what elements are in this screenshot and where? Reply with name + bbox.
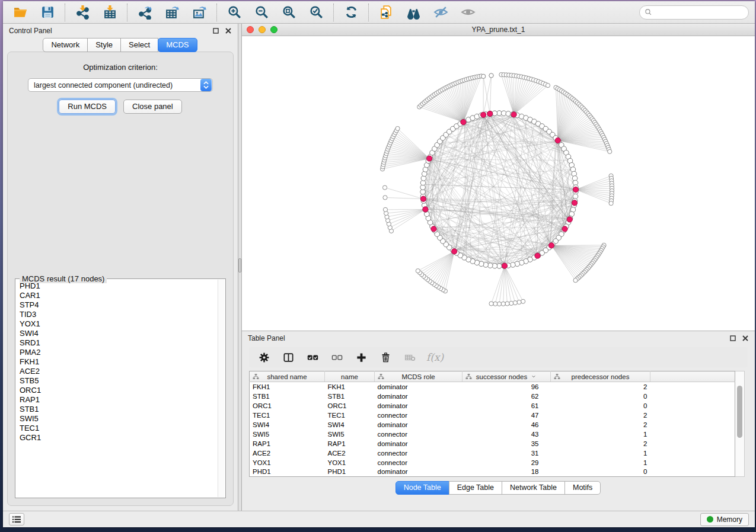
panel-splitter[interactable] (238, 24, 242, 511)
graph-node[interactable] (573, 187, 578, 192)
deselect-all-button[interactable] (329, 350, 344, 365)
result-node-item[interactable]: ACE2 (20, 367, 217, 376)
graph-node[interactable] (608, 149, 612, 153)
result-node-item[interactable]: CAR1 (20, 291, 217, 300)
column-header-shared-name[interactable]: shared name (250, 371, 325, 382)
zoom-fit-button[interactable] (280, 4, 298, 21)
table-settings-button[interactable] (256, 350, 272, 365)
result-node-item[interactable]: TEC1 (20, 424, 217, 433)
table-row[interactable]: TEC1TEC1connector472 (250, 411, 735, 420)
table-row[interactable]: ACE2ACE2connector311 (250, 448, 735, 458)
save-button[interactable] (39, 4, 56, 21)
result-scrollbar[interactable] (218, 280, 225, 497)
table-row[interactable]: RAP1RAP1dominator352 (250, 439, 735, 448)
graph-node[interactable] (492, 111, 497, 116)
graph-node[interactable] (382, 185, 387, 190)
optimization-criterion-dropdown[interactable]: largest connected component (undirected) (28, 78, 213, 92)
result-node-item[interactable]: STB5 (20, 376, 217, 386)
graph-node[interactable] (383, 207, 387, 211)
zoom-out-button[interactable] (253, 4, 270, 21)
result-node-item[interactable]: SWI5 (20, 414, 217, 424)
result-node-item[interactable]: TID3 (20, 310, 217, 319)
tab-network-table[interactable]: Network Table (502, 481, 565, 495)
run-mcds-button[interactable]: Run MCDS (59, 100, 116, 114)
column-header-MCDS-role[interactable]: MCDS role (375, 371, 462, 382)
table-row[interactable]: PHD1PHD1dominator180 (250, 467, 735, 477)
result-node-item[interactable]: ORC1 (20, 386, 217, 395)
graph-node[interactable] (511, 112, 516, 117)
split-panel-button[interactable] (280, 350, 296, 365)
graph-node[interactable] (535, 253, 540, 258)
task-history-button[interactable] (9, 513, 24, 525)
graph-node[interactable] (489, 302, 493, 306)
add-column-button[interactable] (353, 350, 369, 365)
graph-node[interactable] (416, 269, 420, 273)
result-node-item[interactable]: RAP1 (20, 395, 217, 405)
graph-node[interactable] (513, 301, 517, 305)
select-all-button[interactable] (305, 350, 320, 365)
graph-node[interactable] (481, 74, 486, 78)
graph-node[interactable] (562, 226, 567, 232)
graph-node[interactable] (420, 196, 426, 201)
graph-node[interactable] (505, 302, 509, 306)
graph-node[interactable] (555, 137, 560, 143)
graph-node[interactable] (431, 226, 436, 232)
tab-edge-table[interactable]: Edge Table (449, 481, 502, 495)
export-network-button[interactable] (136, 4, 154, 21)
table-row[interactable]: SWI4SWI4dominator462 (250, 420, 735, 430)
graph-node[interactable] (572, 200, 577, 206)
zoom-in-button[interactable] (225, 4, 243, 21)
import-table-button[interactable] (101, 4, 119, 21)
result-node-item[interactable]: SWI4 (20, 329, 217, 338)
table-row[interactable]: SWI5SWI5connector431 (250, 430, 735, 439)
graph-node[interactable] (502, 263, 507, 268)
column-header-predecessor-nodes[interactable]: predecessor nodes (551, 371, 650, 382)
graph-node[interactable] (609, 201, 613, 206)
tab-style[interactable]: Style (87, 38, 121, 52)
graph-node[interactable] (395, 126, 400, 130)
graph-node[interactable] (509, 301, 513, 305)
tab-network[interactable]: Network (43, 38, 88, 52)
column-header-name[interactable]: name (325, 371, 375, 382)
graph-node[interactable] (461, 119, 466, 124)
close-panel-button[interactable] (225, 27, 232, 34)
graph-node[interactable] (489, 73, 493, 78)
tab-node-table[interactable]: Node Table (395, 481, 449, 495)
network-overview-button[interactable] (404, 4, 422, 21)
graph-node[interactable] (573, 278, 578, 283)
result-node-item[interactable]: YOX1 (20, 319, 217, 329)
delete-column-button[interactable] (378, 350, 393, 365)
tab-motifs[interactable]: Motifs (564, 481, 601, 495)
table-row[interactable]: FKH1FKH1dominator962 (250, 382, 735, 392)
graph-node[interactable] (521, 299, 525, 303)
refresh-layout-button[interactable] (342, 4, 360, 21)
function-builder-icon[interactable]: f(x) (426, 351, 444, 363)
table-row[interactable]: ORC1ORC1dominator610 (250, 401, 735, 411)
export-table-button[interactable] (163, 4, 181, 21)
table-row[interactable]: STB1STB1dominator620 (250, 392, 735, 401)
graph-node[interactable] (548, 243, 554, 248)
graph-node[interactable] (487, 111, 493, 116)
tab-select[interactable]: Select (120, 38, 158, 52)
result-node-item[interactable]: STB1 (20, 405, 217, 414)
show-hidden-button[interactable] (459, 4, 477, 21)
graph-node[interactable] (501, 302, 505, 306)
graph-node[interactable] (423, 207, 428, 212)
tab-mcds[interactable]: MCDS (158, 38, 197, 52)
graph-node[interactable] (567, 217, 572, 222)
hide-selected-button[interactable] (432, 4, 449, 21)
result-node-item[interactable]: PMA2 (20, 348, 217, 357)
graph-node[interactable] (481, 112, 486, 117)
delete-table-button[interactable] (402, 350, 417, 365)
graph-node[interactable] (383, 196, 387, 200)
scrollbar-thumb[interactable] (737, 386, 742, 438)
column-header-successor-nodes[interactable]: successor nodes (462, 371, 551, 382)
result-node-item[interactable]: GCR1 (20, 433, 217, 443)
graph-node[interactable] (493, 302, 497, 306)
result-node-item[interactable]: FKH1 (20, 357, 217, 367)
table-scrollbar[interactable] (735, 371, 745, 477)
memory-button[interactable]: Memory (700, 513, 749, 526)
export-image-button[interactable] (190, 4, 208, 21)
result-node-item[interactable]: STP4 (20, 300, 217, 310)
graph-node[interactable] (497, 302, 501, 306)
